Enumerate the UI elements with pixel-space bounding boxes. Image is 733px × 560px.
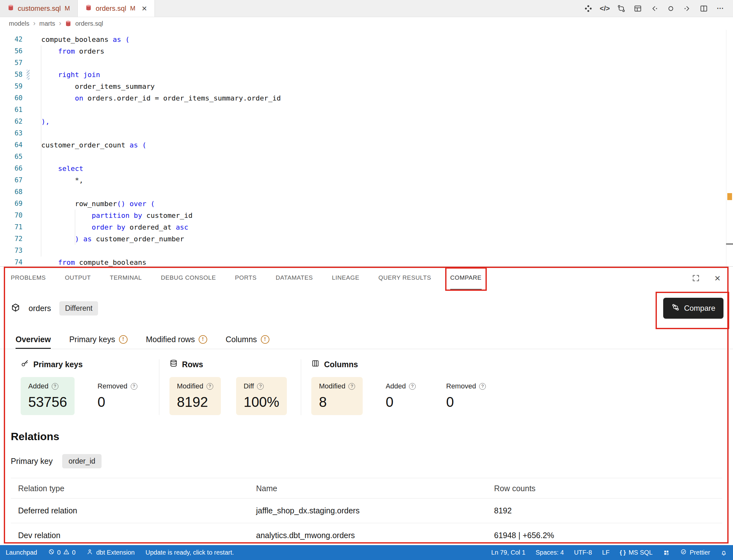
line-number: 69 [0,198,23,210]
help-icon[interactable]: ? [257,383,264,390]
code-line[interactable]: 65 [0,151,733,163]
model-header-row: orders Different [0,298,733,319]
code-editor[interactable]: 42compute_booleans as (56 from orders575… [0,30,733,266]
warning-badge-icon: ! [119,335,128,344]
panel-tab-datamates[interactable]: DATAMATES [276,267,313,290]
help-icon[interactable]: ? [131,383,137,390]
code-line[interactable]: 57 [0,57,733,69]
code-line[interactable]: 61 [0,104,733,116]
breadcrumb-separator: › [33,19,35,28]
subtab-label: Columns [226,335,257,344]
formatter-label: Prettier [690,549,710,556]
stat-group-rows: RowsModified?8192Diff?100% [159,359,301,415]
language-mode[interactable]: { } MS SQL [620,549,653,556]
editor-tab-customers-sql[interactable]: customers.sqlM [0,0,78,17]
help-icon[interactable]: ? [348,383,355,390]
code-line[interactable]: 66 select [0,163,733,174]
line-number: 61 [0,104,23,116]
subtab-label: Primary keys [69,335,115,344]
errors-count: 0 [57,549,61,556]
help-icon[interactable]: ? [52,383,58,390]
subtab-columns[interactable]: Columns! [226,331,269,349]
close-panel-icon[interactable]: × [713,273,722,283]
code-line[interactable]: 62), [0,116,733,127]
editor-scrollbar[interactable] [726,30,733,266]
more-actions-icon[interactable]: ··· [715,3,725,14]
split-editor-icon[interactable] [699,3,709,14]
git-compare-icon[interactable] [616,3,626,14]
compare-subtabs: OverviewPrimary keys!Modified rows!Colum… [0,331,733,349]
code-line[interactable]: 60 on orders.order_id = order_items_summ… [0,92,733,104]
code-line[interactable]: 64customer_order_count as ( [0,139,733,151]
code-line[interactable]: 59 order_items_summary [0,81,733,92]
maximize-panel-icon[interactable] [691,273,701,283]
subtab-overview[interactable]: Overview [16,331,51,349]
revert-change-icon[interactable] [666,3,676,14]
help-icon[interactable]: ? [409,383,416,390]
stat-primary-keys-removed: Removed?0 [90,377,145,415]
breadcrumb: models › marts › orders.sql [0,17,733,30]
panel-tab-lineage[interactable]: LINEAGE [332,267,359,290]
indentation-status[interactable]: Spaces: 4 [536,549,564,556]
next-change-icon[interactable] [682,3,692,14]
subtab-label: Modified rows [146,335,195,344]
code-line[interactable]: 69 row_number() over ( [0,198,733,210]
eol-status[interactable]: LF [602,549,610,556]
code-line[interactable]: 68 [0,186,733,198]
panel-tab-query-results[interactable]: QUERY RESULTS [379,267,431,290]
line-number: 64 [0,139,23,151]
panel-tab-problems[interactable]: PROBLEMS [11,267,46,290]
panel-tab-ports[interactable]: PORTS [235,267,257,290]
dbt-action-icon[interactable] [583,3,593,14]
encoding-status[interactable]: UTF-8 [574,549,592,556]
breadcrumb-item-file[interactable]: orders.sql [75,20,103,27]
code-line[interactable]: 42compute_booleans as ( [0,34,733,45]
code-line[interactable]: 70 partition by customer_id [0,210,733,221]
cursor-position[interactable]: Ln 79, Col 1 [491,549,526,556]
stat-value: 8 [319,394,355,410]
formatter-status[interactable]: Prettier [680,548,710,557]
line-number: 56 [0,45,23,57]
panel-tab-terminal[interactable]: TERMINAL [110,267,142,290]
previous-change-icon[interactable] [649,3,659,14]
code-line[interactable]: 73 [0,245,733,257]
dbt-extension-label: dbt Extension [96,549,134,556]
stat-value: 0 [386,394,416,410]
line-number: 65 [0,151,23,163]
stat-label-text: Diff [244,382,254,390]
compare-button[interactable]: Compare [663,298,723,319]
table-preview-icon[interactable] [633,3,643,14]
line-number: 60 [0,92,23,104]
code-line[interactable]: 58 right join [0,69,733,81]
help-icon[interactable]: ? [479,383,486,390]
code-line[interactable]: 67 *, [0,174,733,186]
editor-tab-orders-sql[interactable]: orders.sqlM× [78,0,155,17]
stat-group-title: Columns [324,360,358,369]
panel-tab-output[interactable]: OUTPUT [65,267,91,290]
notifications-bell-icon[interactable] [720,549,727,556]
tab-label: customers.sql [18,4,61,13]
stat-group-title: Primary keys [33,360,83,369]
panel-tab-compare[interactable]: COMPARE [450,267,482,290]
inline-code-icon[interactable]: </> [600,3,610,14]
code-line[interactable]: 56 from orders [0,45,733,57]
subtab-modified-rows[interactable]: Modified rows! [146,331,207,349]
breadcrumb-item-models[interactable]: models [9,20,29,27]
code-line[interactable]: 74 from compute_booleans [0,257,733,266]
problems-status[interactable]: 0 0 [48,548,75,557]
launchpad-button[interactable]: Launchpad [6,549,37,556]
subtab-primary-keys[interactable]: Primary keys! [69,331,127,349]
update-restart-message[interactable]: Update is ready, click to restart. [145,549,234,556]
help-icon[interactable]: ? [206,383,213,390]
code-line[interactable]: 63 [0,127,733,139]
dbt-extension-status[interactable]: dbt Extension [86,548,134,557]
columns-icon [311,359,319,369]
stat-value: 0 [97,394,137,410]
breadcrumb-item-marts[interactable]: marts [39,20,55,27]
sql-file-icon [8,4,14,13]
extension-status-icon[interactable] [663,549,670,556]
close-tab-icon[interactable]: × [142,4,147,13]
code-line[interactable]: 72 ) as customer_order_number [0,233,733,245]
code-line[interactable]: 71 order by ordered_at asc [0,221,733,233]
panel-tab-debug-console[interactable]: DEBUG CONSOLE [161,267,216,290]
